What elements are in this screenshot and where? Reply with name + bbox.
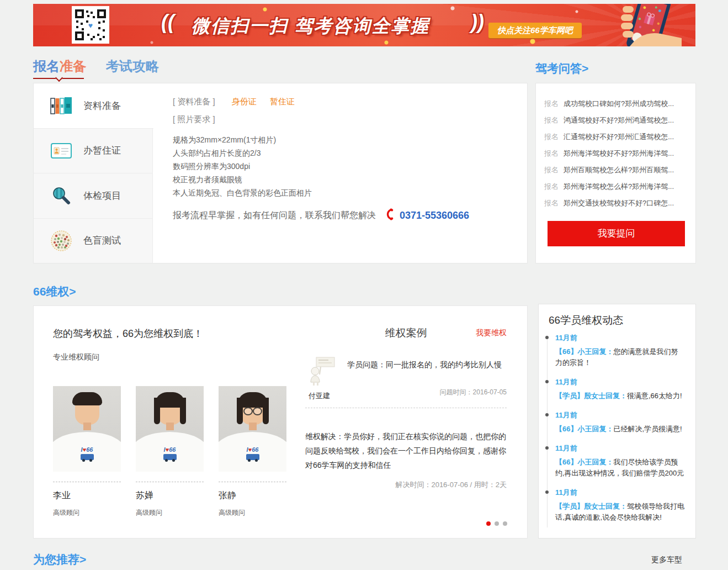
qa-category-tag: 报名 [544, 96, 559, 112]
qr-code: ♥ [72, 6, 109, 44]
qa-list-item[interactable]: 报名 汇通驾校好不好?郑州汇通驾校怎... [544, 129, 690, 145]
tab-exam-strategy[interactable]: 考试攻略 [106, 57, 159, 75]
ask-question-button[interactable]: 我要提问 [548, 221, 685, 246]
photo-requirement: 人头部约占相片长度的2/3 [173, 146, 527, 160]
sidebar-item-colorblind-test[interactable]: 色盲测试 [34, 219, 152, 263]
phone-receiver-icon [385, 208, 394, 223]
update-author: 【66】小王回复： [555, 425, 613, 433]
photo-requirement: 规格为32mm×22mm(1寸相片) [173, 133, 527, 146]
consultant-title: 高级顾问 [219, 508, 286, 518]
update-author: 【66】小王回复： [555, 458, 613, 466]
qa-question-text: 鸿通驾校好不好?郑州鸿通驾校怎... [564, 112, 674, 129]
weiquan-section-heading[interactable]: 66维权> [33, 284, 76, 299]
weiquan-update-item: 11月前 【66】小王回复：已经解决,学员很满意! [555, 410, 691, 435]
consultant-title: 高级顾问 [53, 508, 121, 518]
magnifier-icon [50, 186, 72, 205]
consultant-photo: I♥66 [53, 386, 121, 472]
materials-links: 身份证暂住证 [232, 97, 295, 107]
material-link[interactable]: 身份证 [232, 97, 257, 107]
sidebar-item-medical-check[interactable]: 体检项目 [34, 173, 152, 219]
more-models-link[interactable]: 更多车型 [651, 555, 682, 565]
update-time: 11月前 [555, 444, 691, 453]
hand-phone-illustration [593, 4, 682, 46]
qa-question-text: 郑州海洋驾校好不好?郑州海洋驾... [564, 145, 674, 162]
update-text: 已经解决,学员很满意! [613, 425, 682, 433]
weiquan-case-panel: 维权案例 我要维权 学员问题：同一批报名的，我的约考比别人慢 付亚建 问 [305, 326, 507, 490]
qa-list-item[interactable]: 报名 郑州百顺驾校怎么样?郑州百顺驾... [544, 162, 690, 178]
prep-panel: 资料准备 办暂住证 [33, 83, 528, 263]
qa-list-item[interactable]: 报名 成功驾校口碑如何?郑州成功驾校... [544, 96, 690, 112]
svg-text:♥: ♥ [88, 21, 93, 30]
consultant-title: 高级顾问 [136, 508, 204, 518]
update-time: 11月前 [555, 377, 691, 387]
student-avatar [307, 356, 336, 388]
qa-list-item[interactable]: 报名 鸿通驾校好不好?郑州鸿通驾校怎... [544, 112, 690, 129]
weiquan-updates-list: 11月前 【66】小王回复：您的满意就是我们努力的宗旨！ 11月前 【学员】殷女… [539, 333, 691, 527]
qa-category-tag: 报名 [544, 129, 559, 145]
tab-signup-prep[interactable]: 报名准备 [33, 57, 86, 75]
consultant-photo: I♥66 [219, 386, 286, 472]
consultant-name: 李业 [53, 490, 121, 502]
qa-category-tag: 报名 [544, 178, 559, 195]
sidebar-item-label: 色盲测试 [83, 234, 121, 247]
weiquan-update-item: 11月前 【66】小王回复：您的满意就是我们努力的宗旨！ [555, 333, 691, 368]
prep-content: [ 资料准备 ] 身份证暂住证 [ 照片要求 ] 规格为32mm×22mm(1寸… [153, 83, 527, 263]
contact-phone-number[interactable]: 0371-55360666 [400, 210, 469, 221]
update-time: 11月前 [555, 488, 691, 498]
qa-category-tag: 报名 [544, 145, 559, 162]
weiquan-promo-subtitle: 专业维权顾问 [53, 352, 99, 362]
materials-section-label: [ 资料准备 ] [173, 97, 215, 106]
consultant-name: 张静 [219, 490, 286, 502]
consultant-name: 苏婵 [136, 490, 204, 502]
qa-list: 报名 成功驾校口碑如何?郑州成功驾校... 报名 鸿通驾校好不好?郑州鸿通驾校怎… [536, 83, 695, 212]
follow-cta-button[interactable]: 快点关注66学车网吧 [488, 23, 582, 38]
dashed-divider [305, 408, 507, 408]
qa-category-tag: 报名 [544, 195, 559, 212]
update-time: 11月前 [555, 410, 691, 420]
qa-question-text: 郑州百顺驾校怎么样?郑州百顺驾... [564, 162, 674, 178]
update-time: 11月前 [555, 333, 691, 343]
weiquan-promo-title: 您的驾考权益，66为您维权到底！ [53, 327, 203, 340]
case-solution: 维权解决：学员你好，我们正在核实你说的问题，也把你的问题反映给驾校，我们会在一个… [305, 429, 507, 472]
update-author: 【学员】殷女士回复： [555, 392, 627, 400]
request-weiquan-link[interactable]: 我要维权 [476, 328, 507, 338]
qa-list-item[interactable]: 报名 郑州海洋驾校怎么样?郑州海洋驾... [544, 178, 690, 195]
carousel-dot[interactable] [486, 521, 491, 526]
folders-icon [50, 97, 72, 114]
color-test-icon [50, 230, 72, 251]
sidebar-item-materials[interactable]: 资料准备 [34, 83, 153, 129]
qa-section-heading[interactable]: 驾考问答> [535, 61, 588, 76]
carousel-dot[interactable] [495, 521, 499, 526]
page: ♥ (( 微信扫一扫 驾考咨询全掌握 )) 快点关注66学车网吧 [0, 0, 728, 570]
sidebar-item-label: 办暂住证 [83, 144, 121, 157]
case-student-name: 付亚建 [309, 391, 330, 401]
photo-requirement: 数码照分辨率为300dpi [173, 160, 527, 173]
carousel-dot[interactable] [503, 521, 507, 526]
qa-list-item[interactable]: 报名 郑州交通技校驾校好不好?口碑怎... [544, 195, 690, 212]
recommend-section-heading[interactable]: 为您推荐> [33, 552, 86, 567]
qa-category-tag: 报名 [544, 162, 559, 178]
qa-question-text: 成功驾校口碑如何?郑州成功驾校... [564, 96, 674, 112]
carousel-pagination [486, 521, 507, 526]
photo-requirement: 本人近期免冠、白色背景的彩色正面相片 [173, 186, 527, 199]
sidebar-item-residence-permit[interactable]: 办暂住证 [34, 129, 152, 174]
consultant-card: I♥66 李业 高级顾问 [53, 386, 121, 518]
case-question: 学员问题：同一批报名的，我的约考比别人慢 [347, 360, 502, 370]
weiquan-update-item: 11月前 【学员】殷女士回复：驾校领导给我打电话,真诚的道歉,说会尽快给我解决! [555, 488, 691, 523]
qa-question-text: 汇通驾校好不好?郑州汇通驾校怎... [564, 129, 674, 145]
banner-close-quote: )) [471, 10, 484, 34]
photo-section-label: [ 照片要求 ] [173, 114, 215, 124]
section-tabs: 报名准备考试攻略 [33, 57, 159, 75]
wechat-promo-banner[interactable]: ♥ (( 微信扫一扫 驾考咨询全掌握 )) 快点关注66学车网吧 [33, 4, 695, 46]
id-card-icon [50, 143, 72, 159]
sidebar-item-label: 资料准备 [83, 99, 121, 112]
weiquan-update-item: 11月前 【学员】殷女士回复：很满意,66太给力! [555, 377, 691, 402]
material-link[interactable]: 暂住证 [270, 97, 295, 107]
photo-requirements-list: 规格为32mm×22mm(1寸相片)人头部约占相片长度的2/3数码照分辨率为30… [173, 133, 527, 199]
qa-panel: 报名 成功驾校口碑如何?郑州成功驾校... 报名 鸿通驾校好不好?郑州鸿通驾校怎… [535, 83, 696, 263]
consultant-card: I♥66 张静 高级顾问 [219, 386, 286, 518]
qa-list-item[interactable]: 报名 郑州海洋驾校好不好?郑州海洋驾... [544, 145, 690, 162]
update-author: 【66】小王回复： [555, 347, 613, 356]
update-text: 很满意,66太给力! [627, 392, 682, 400]
weiquan-update-item: 11月前 【66】小王回复：我们尽快给该学员预约,再出现这种情况，我们赔偿学员2… [555, 444, 691, 479]
